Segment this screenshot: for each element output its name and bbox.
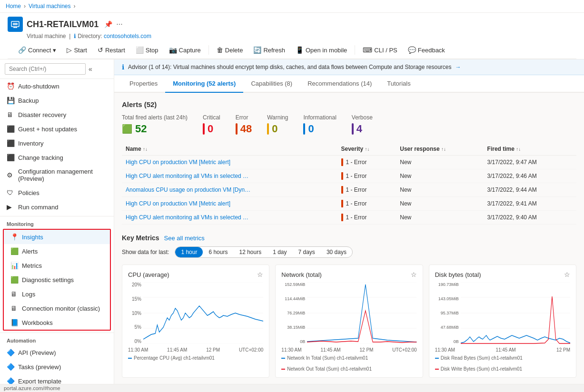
alert-fired-time: 3/17/2022, 9:46 AM bbox=[484, 169, 576, 183]
connect-button[interactable]: 🔗 Connect ▾ bbox=[13, 44, 61, 56]
vm-type: Virtual machine bbox=[27, 33, 66, 39]
time-opt-30days[interactable]: 30 days bbox=[321, 247, 352, 257]
cpu-legend: Percentage CPU (Avg) ch1-retailvm01 bbox=[128, 355, 263, 361]
feedback-icon: 💬 bbox=[408, 46, 416, 54]
change-tracking-icon: ⬛ bbox=[7, 154, 14, 161]
start-icon: ▷ bbox=[67, 46, 72, 54]
run-command-icon: ▶ bbox=[7, 203, 14, 211]
table-row[interactable]: High CPU on production VM [Metric alert]… bbox=[122, 156, 576, 169]
col-user-response[interactable]: User response ↑↓ bbox=[396, 143, 483, 156]
status-bar: portal.azure.com/#home bbox=[0, 384, 584, 392]
charts-grid: CPU (average) ☆ 20%15%10%5%0% bbox=[122, 265, 576, 378]
more-options-icon[interactable]: ··· bbox=[116, 20, 122, 29]
informational-bar bbox=[303, 123, 305, 135]
breadcrumb-home[interactable]: Home bbox=[6, 3, 21, 10]
table-row[interactable]: High CPU alert monitoring all VMs in sel… bbox=[122, 211, 576, 225]
chart-disk-pin[interactable]: ☆ bbox=[564, 271, 570, 278]
sidebar-item-workbooks[interactable]: 📘 Workbooks bbox=[4, 315, 110, 330]
col-severity[interactable]: Severity ↑↓ bbox=[337, 143, 396, 156]
table-row[interactable]: High CPU on production VM [Metric alert]… bbox=[122, 197, 576, 211]
sidebar-item-guest-host[interactable]: ⬛ Guest + host updates bbox=[0, 122, 114, 136]
sidebar-item-run-command[interactable]: ▶ Run command bbox=[0, 200, 114, 214]
time-opt-6hours[interactable]: 6 hours bbox=[203, 247, 233, 257]
sidebar-item-metrics[interactable]: 📊 Metrics bbox=[4, 258, 110, 273]
tab-monitoring[interactable]: Monitoring (52 alerts) bbox=[165, 75, 243, 93]
search-input[interactable] bbox=[5, 63, 86, 75]
time-opt-1day[interactable]: 1 day bbox=[267, 247, 292, 257]
config-mgmt-icon: ⚙ bbox=[7, 171, 14, 179]
chart-network: Network (total) ☆ 152.59MiB114.44MiB76.2… bbox=[275, 265, 423, 378]
connection-monitor-icon: 🖥 bbox=[10, 304, 18, 312]
alert-name-link[interactable]: High CPU alert monitoring all VMs in sel… bbox=[126, 214, 248, 221]
dir-link[interactable]: contosohotels.com bbox=[104, 33, 151, 39]
sidebar-item-diagnostic-settings[interactable]: 🟩 Diagnostic settings bbox=[4, 273, 110, 287]
time-opt-12hours[interactable]: 12 hours bbox=[233, 247, 267, 257]
collapse-icon[interactable]: « bbox=[89, 65, 92, 73]
sidebar-item-logs[interactable]: 🖥 Logs bbox=[4, 287, 110, 301]
chart-cpu-pin[interactable]: ☆ bbox=[257, 271, 263, 278]
sidebar-item-change-tracking[interactable]: ⬛ Change tracking bbox=[0, 150, 114, 165]
alerts-title: Alerts (52) bbox=[122, 100, 576, 108]
table-row[interactable]: High CPU alert monitoring all VMs in sel… bbox=[122, 169, 576, 183]
sidebar-item-tasks[interactable]: 🔷 Tasks (preview) bbox=[0, 360, 114, 374]
col-fired-time[interactable]: Fired time ↑↓ bbox=[484, 143, 576, 156]
col-name[interactable]: Name ↑↓ bbox=[122, 143, 337, 156]
sidebar-item-connection-monitor[interactable]: 🖥 Connection monitor (classic) bbox=[4, 301, 110, 315]
tab-tutorials[interactable]: Tutorials bbox=[379, 75, 418, 93]
start-button[interactable]: ▷ Start bbox=[62, 44, 91, 56]
chart-disk: Disk bytes (total) ☆ 190.73MiB143.05MiB9… bbox=[429, 265, 576, 378]
metrics-title: Key Metrics bbox=[122, 234, 159, 242]
open-mobile-button[interactable]: 📱 Open in mobile bbox=[291, 44, 352, 56]
time-opt-7days[interactable]: 7 days bbox=[293, 247, 321, 257]
network-legend: Network In Total (Sum) ch1-retailvm01 Ne… bbox=[281, 355, 416, 372]
alert-severity: 1 - Error bbox=[346, 200, 367, 207]
alert-stat-error: Error 48 bbox=[236, 114, 252, 135]
sidebar-item-api[interactable]: 🔷 API (Preview) bbox=[0, 345, 114, 360]
alert-name-link[interactable]: High CPU on production VM [Metric alert] bbox=[126, 200, 230, 207]
tab-capabilities[interactable]: Capabilities (8) bbox=[243, 75, 300, 93]
refresh-button[interactable]: 🔄 Refresh bbox=[248, 44, 290, 56]
advisor-info-icon: ℹ bbox=[122, 63, 124, 71]
pin-icon[interactable]: 📌 bbox=[104, 20, 112, 28]
critical-value: 0 bbox=[208, 123, 213, 135]
alert-name-link[interactable]: Anomalous CPU usage on production VM [Dy… bbox=[126, 186, 250, 193]
sidebar-item-auto-shutdown[interactable]: ⏰ Auto-shutdown bbox=[0, 79, 114, 93]
sidebar-item-policies[interactable]: 🛡 Policies bbox=[0, 186, 114, 200]
sidebar-item-config-mgmt[interactable]: ⚙ Configuration management (Preview) bbox=[0, 165, 114, 186]
tab-recommendations[interactable]: Recommendations (14) bbox=[300, 75, 379, 93]
sidebar-item-alerts[interactable]: 🟩 Alerts bbox=[4, 244, 110, 258]
chart-cpu-title: CPU (average) bbox=[128, 271, 169, 278]
delete-button[interactable]: 🗑 Delete bbox=[212, 44, 248, 56]
alert-fired-time: 3/17/2022, 9:44 AM bbox=[484, 183, 576, 197]
disk-chart-svg bbox=[461, 282, 570, 344]
sidebar-item-disaster-recovery[interactable]: 🖥 Disaster recovery bbox=[0, 108, 114, 122]
sidebar-item-backup[interactable]: 💾 Backup bbox=[0, 93, 114, 108]
time-opt-1hour[interactable]: 1 hour bbox=[175, 247, 203, 257]
stop-button[interactable]: ⬜ Stop bbox=[131, 44, 163, 56]
capture-button[interactable]: 📷 Capture bbox=[164, 44, 206, 56]
guest-host-icon: ⬛ bbox=[7, 125, 14, 133]
alert-stat-informational: Informational 0 bbox=[303, 114, 336, 135]
breadcrumb-sep2: › bbox=[74, 3, 76, 10]
tab-properties[interactable]: Properties bbox=[122, 75, 165, 93]
connect-icon: 🔗 bbox=[18, 46, 26, 54]
chart-network-pin[interactable]: ☆ bbox=[411, 271, 417, 278]
error-bar bbox=[236, 123, 238, 135]
breadcrumb-vms[interactable]: Virtual machines bbox=[29, 3, 71, 10]
cli-ps-button[interactable]: ⌨ CLI / PS bbox=[358, 44, 402, 56]
breadcrumb-sep1: › bbox=[24, 3, 26, 10]
alert-name-link[interactable]: High CPU on production VM [Metric alert] bbox=[126, 159, 230, 166]
key-metrics-header: Key Metrics See all metrics bbox=[122, 234, 576, 242]
see-all-metrics-link[interactable]: See all metrics bbox=[164, 235, 205, 242]
sidebar-item-inventory[interactable]: ⬛ Inventory bbox=[0, 136, 114, 150]
main-content: ℹ Advisor (1 of 14): Virtual machines sh… bbox=[114, 59, 584, 392]
table-row[interactable]: Anomalous CPU usage on production VM [Dy… bbox=[122, 183, 576, 197]
restart-button[interactable]: ↺ Restart bbox=[93, 44, 130, 56]
chart-disk-title: Disk bytes (total) bbox=[435, 271, 481, 278]
disk-legend: Disk Read Bytes (Sum) ch1-retailvm01 Dis… bbox=[435, 355, 570, 372]
alert-name-link[interactable]: High CPU alert monitoring all VMs in sel… bbox=[126, 173, 248, 179]
advisor-link[interactable]: → bbox=[455, 64, 461, 70]
monitoring-box: 📍 Insights 🟩 Alerts 📊 Metrics 🟩 Diagnost… bbox=[3, 229, 111, 331]
sidebar-item-insights[interactable]: 📍 Insights bbox=[4, 230, 110, 244]
feedback-button[interactable]: 💬 Feedback bbox=[403, 44, 450, 56]
